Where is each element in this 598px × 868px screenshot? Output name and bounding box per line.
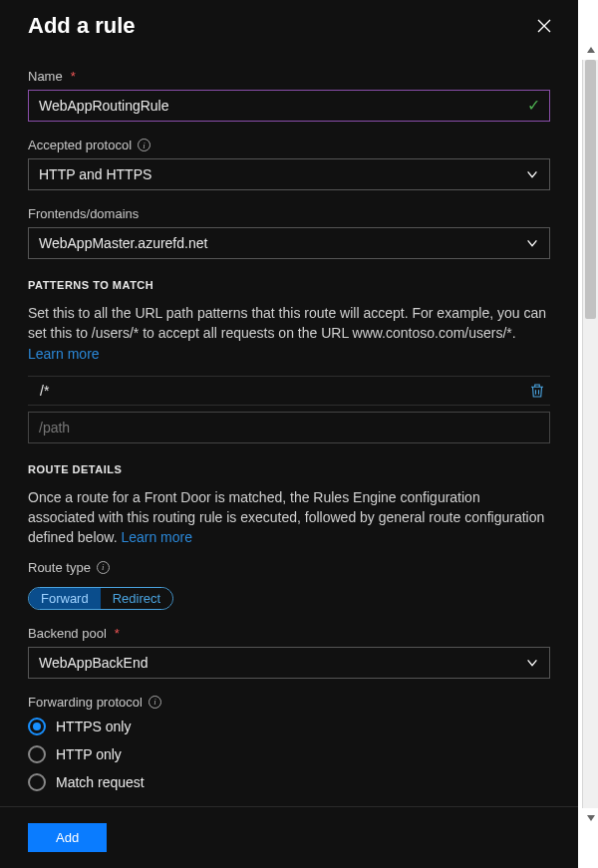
radio-icon (28, 745, 46, 763)
backend-pool-value: WebAppBackEnd (39, 655, 148, 671)
pattern-row: /* (28, 376, 550, 406)
validation-check-icon: ✓ (527, 96, 540, 115)
route-details-heading: ROUTE DETAILS (28, 463, 550, 475)
patterns-learn-more-link[interactable]: Learn more (28, 346, 100, 362)
required-asterisk: * (115, 626, 120, 641)
backend-pool-select[interactable]: WebAppBackEnd (28, 647, 550, 679)
scroll-down-icon (587, 815, 595, 821)
frontends-field: Frontends/domains WebAppMaster.azurefd.n… (28, 206, 550, 259)
close-button[interactable] (530, 12, 558, 40)
route-type-toggle: Forward Redirect (28, 587, 173, 610)
scrollbar-thumb[interactable] (585, 60, 596, 319)
radio-icon (28, 718, 46, 735)
name-label: Name (28, 69, 63, 84)
accepted-protocol-label: Accepted protocol (28, 138, 132, 152)
route-type-label: Route type (28, 560, 91, 575)
blade-title: Add a rule (28, 13, 136, 39)
chevron-down-icon (525, 656, 539, 670)
pattern-value: /* (32, 383, 518, 399)
trash-icon (528, 382, 546, 400)
info-icon[interactable]: i (97, 561, 110, 574)
frontends-label: Frontends/domains (28, 206, 139, 221)
route-type-forward[interactable]: Forward (29, 588, 101, 609)
patterns-description: Set this to all the URL path patterns th… (28, 303, 550, 364)
forwarding-protocol-field: Forwarding protocol i HTTPS only HTTP on… (28, 695, 550, 791)
patterns-heading: PATTERNS TO MATCH (28, 279, 550, 291)
accepted-protocol-field: Accepted protocol i HTTP and HTTPS (28, 138, 550, 190)
forwarding-protocol-label: Forwarding protocol (28, 695, 143, 710)
name-input[interactable] (28, 90, 550, 122)
required-asterisk: * (71, 69, 76, 84)
route-details-learn-more-link[interactable]: Learn more (121, 529, 192, 545)
frontends-value: WebAppMaster.azurefd.net (39, 235, 207, 251)
scroll-up-icon (587, 47, 595, 53)
forwarding-protocol-match-request[interactable]: Match request (28, 773, 550, 791)
chevron-down-icon (525, 167, 539, 181)
page-scrollbar[interactable] (582, 60, 598, 808)
pattern-input[interactable] (28, 412, 550, 443)
forwarding-protocol-https-only[interactable]: HTTPS only (28, 718, 550, 735)
blade-footer: Add (0, 806, 578, 868)
info-icon[interactable]: i (149, 696, 161, 709)
delete-pattern-button[interactable] (528, 382, 546, 400)
name-field: Name * ✓ (28, 69, 550, 122)
radio-icon (28, 773, 46, 791)
accepted-protocol-select[interactable]: HTTP and HTTPS (28, 158, 550, 190)
add-button[interactable]: Add (28, 823, 107, 852)
chevron-down-icon (525, 236, 539, 250)
backend-pool-field: Backend pool * WebAppBackEnd (28, 626, 550, 679)
route-type-field: Route type i Forward Redirect (28, 560, 550, 610)
accepted-protocol-value: HTTP and HTTPS (39, 166, 151, 182)
route-type-redirect[interactable]: Redirect (101, 588, 172, 609)
add-rule-blade: Add a rule Name * ✓ Accepted prot (0, 0, 578, 868)
info-icon[interactable]: i (138, 139, 150, 151)
backend-pool-label: Backend pool (28, 626, 107, 641)
forwarding-protocol-http-only[interactable]: HTTP only (28, 745, 550, 763)
route-details-description: Once a route for a Front Door is matched… (28, 487, 550, 548)
frontends-select[interactable]: WebAppMaster.azurefd.net (28, 227, 550, 259)
close-icon (536, 18, 552, 34)
